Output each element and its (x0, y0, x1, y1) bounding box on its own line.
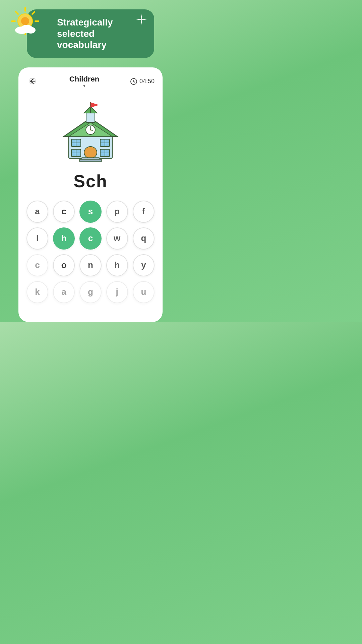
banner-line2: selected vocabulary (57, 29, 107, 50)
letter-btn-2-3[interactable]: h (106, 254, 128, 276)
letter-btn-0-4[interactable]: f (133, 201, 155, 223)
letter-btn-0-3[interactable]: p (106, 201, 128, 223)
timer-area: 04:50 (130, 77, 155, 85)
svg-rect-40 (79, 159, 102, 162)
svg-line-4 (16, 12, 18, 14)
timer-display: 04:50 (139, 78, 155, 85)
category-title: Children (69, 75, 99, 84)
letter-btn-3-1[interactable]: a (53, 281, 75, 303)
letter-btn-1-3[interactable]: w (106, 227, 128, 250)
word-display: Sch (73, 171, 107, 191)
back-icon (28, 76, 37, 86)
letter-btn-3-4[interactable]: u (133, 281, 155, 303)
card-header: Children ▼ 04:50 (18, 67, 163, 91)
sparkle-icon (135, 13, 147, 25)
svg-point-9 (21, 17, 29, 25)
svg-point-12 (26, 27, 36, 34)
svg-rect-18 (86, 112, 95, 122)
letter-btn-3-0[interactable]: k (26, 281, 48, 303)
main-card: Children ▼ 04:50 (18, 67, 163, 322)
letter-btn-2-4[interactable]: y (133, 254, 155, 276)
top-banner: Strategically selected vocabulary (27, 9, 154, 58)
letter-btn-1-4[interactable]: q (133, 227, 155, 250)
letter-btn-1-2[interactable]: c (79, 227, 101, 250)
letter-btn-3-2[interactable]: g (79, 281, 101, 303)
letter-btn-0-0[interactable]: a (26, 201, 48, 223)
letter-btn-0-2[interactable]: s (79, 201, 101, 223)
letter-row-2: conhy (26, 254, 155, 276)
school-svg (59, 100, 122, 163)
letter-btn-1-1[interactable]: h (53, 227, 75, 250)
letter-row-3: kagju (26, 281, 155, 303)
clock-icon (130, 77, 137, 85)
sun-icon (10, 6, 40, 36)
banner-text: Strategically selected vocabulary (57, 17, 144, 51)
letter-btn-2-2[interactable]: n (79, 254, 101, 276)
svg-marker-21 (90, 102, 99, 108)
letter-btn-3-3[interactable]: j (106, 281, 128, 303)
svg-rect-26 (84, 147, 97, 158)
letter-grid: acspflhcwqconhykagju (18, 191, 163, 307)
back-button[interactable] (26, 75, 39, 87)
letter-btn-1-0[interactable]: l (26, 227, 48, 250)
title-area[interactable]: Children ▼ (69, 75, 99, 88)
dropdown-arrow-icon: ▼ (83, 84, 86, 88)
letter-row-0: acspf (26, 201, 155, 223)
letter-row-1: lhcwq (26, 227, 155, 250)
letter-btn-2-1[interactable]: o (53, 254, 75, 276)
school-illustration (57, 98, 124, 165)
banner-line1: Strategically (57, 17, 113, 28)
letter-btn-0-1[interactable]: c (53, 201, 75, 223)
svg-line-6 (32, 12, 35, 14)
letter-btn-2-0[interactable]: c (26, 254, 48, 276)
